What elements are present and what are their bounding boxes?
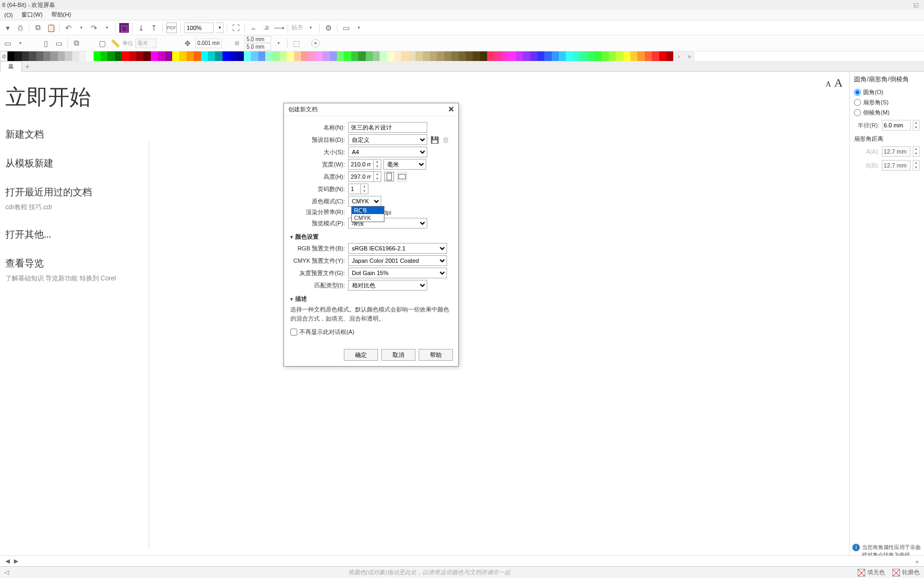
zoom-input[interactable] [184,22,214,33]
color-swatch[interactable] [50,51,57,61]
color-swatch[interactable] [65,51,72,61]
color-swatch[interactable] [136,51,143,61]
palette-scroll-icon[interactable]: › [673,51,684,61]
color-swatch[interactable] [215,51,222,61]
color-swatch[interactable] [94,51,101,61]
radio-round[interactable]: 圆角(O) [854,88,920,96]
color-swatch[interactable] [430,51,437,61]
color-swatch[interactable] [172,51,179,61]
color-swatch[interactable] [394,51,401,61]
color-swatch[interactable] [595,51,602,61]
color-swatch[interactable] [609,51,616,61]
radius-input[interactable] [882,120,911,131]
color-swatch[interactable] [523,51,530,61]
menu-help[interactable]: 帮助(H) [48,10,74,20]
color-swatch[interactable] [659,51,666,61]
search-icon[interactable]: ⬚ [119,23,129,33]
color-swatch[interactable] [444,51,451,61]
color-swatch[interactable] [652,51,659,61]
cmyk-profile-select[interactable]: Japan Color 2001 Coated [348,255,447,266]
color-swatch[interactable] [566,51,573,61]
color-section[interactable]: 颜色设置 [290,233,452,241]
color-swatch[interactable] [187,51,194,61]
no-color-swatch[interactable]: ⊘ [0,51,7,61]
nudge-input[interactable] [195,39,222,48]
color-swatch[interactable] [29,51,36,61]
color-swatch[interactable] [158,51,165,61]
palette-more-icon[interactable]: » [684,51,695,61]
color-swatch[interactable] [344,51,351,61]
undo-icon[interactable]: ↶ [63,22,74,33]
color-swatch[interactable] [623,51,630,61]
color-swatch[interactable] [315,51,322,61]
launch-icon[interactable]: ▭ [341,22,351,33]
color-swatch[interactable] [466,51,473,61]
color-swatch[interactable] [552,51,559,61]
outline-indicator[interactable]: 轮廓色 [892,568,920,576]
color-swatch[interactable] [101,51,107,61]
color-swatch[interactable] [308,51,315,61]
undo-dd-icon[interactable]: ▾ [76,22,87,33]
color-swatch[interactable] [401,51,408,61]
radio-scallop[interactable]: 扇形角(S) [854,98,920,107]
portrait-button[interactable] [384,172,394,181]
units-icon[interactable]: ▢ [97,38,107,49]
color-swatch[interactable] [509,51,515,61]
color-swatch[interactable] [122,51,129,61]
color-swatch[interactable] [588,51,595,61]
color-swatch[interactable] [294,51,301,61]
nudge-icon[interactable]: ✥ [182,38,193,49]
color-swatch[interactable] [516,51,523,61]
color-swatch[interactable] [115,51,122,61]
radius-spinner[interactable]: ▲▼ [913,120,920,131]
color-swatch[interactable] [573,51,580,61]
doc-tab-welcome[interactable]: 幕 [0,61,22,72]
pdf-icon[interactable]: PDF [166,22,177,33]
color-swatch[interactable] [637,51,644,61]
color-swatch[interactable] [351,51,358,61]
align-center-icon[interactable]: ⫡ [261,22,272,33]
color-swatch[interactable] [330,51,337,61]
color-swatch[interactable] [380,51,387,61]
color-swatch[interactable] [502,51,509,61]
color-swatch[interactable] [337,51,344,61]
link-recent-file[interactable]: cdr教程 技巧.cdr [5,203,52,211]
colormode-select[interactable]: CMYK [348,196,381,207]
rgb-profile-select[interactable]: sRGB IEC61966-2.1 [348,243,447,254]
color-swatch[interactable] [630,51,637,61]
color-swatch[interactable] [36,51,43,61]
options-icon[interactable]: ⚙ [323,22,334,33]
delete-preset-icon[interactable]: 🗑 [442,136,449,144]
height-spinner[interactable]: ▲▼ [374,171,381,182]
color-swatch[interactable] [107,51,114,61]
color-swatch[interactable] [358,51,365,61]
link-whatsnew[interactable]: 导览新功能 [45,275,78,282]
color-swatch[interactable] [58,51,65,61]
color-swatch[interactable] [423,51,430,61]
grid-w-input[interactable] [244,36,271,43]
color-swatch[interactable] [222,51,229,61]
size-select[interactable]: A4 [348,147,427,157]
color-swatch[interactable] [179,51,186,61]
color-swatch[interactable] [437,51,444,61]
orientation-l-icon[interactable]: ▭ [53,38,64,49]
orientation-p-icon[interactable]: ▯ [41,38,51,49]
color-swatch[interactable] [201,51,208,61]
color-swatch[interactable] [272,51,279,61]
intent-select[interactable]: 相对比色 [348,280,427,291]
font-large-icon[interactable]: A [834,76,843,90]
color-swatch[interactable] [22,51,29,61]
page-icon[interactable]: ▭ [2,38,13,49]
desc-section[interactable]: 描述 [290,295,452,303]
page-dd-icon[interactable]: ▾ [15,38,26,49]
noshow-checkbox[interactable]: 不再显示此对话框(A) [290,328,452,336]
color-swatch[interactable] [602,51,609,61]
color-swatch[interactable] [251,51,258,61]
color-swatch[interactable] [237,51,244,61]
grid-dd-icon[interactable]: ▾ [273,38,284,49]
color-swatch[interactable] [451,51,458,61]
unit-select[interactable] [135,39,157,48]
snap-dd-icon[interactable]: ▾ [305,22,316,33]
color-swatch[interactable] [165,51,172,61]
color-swatch[interactable] [544,51,551,61]
